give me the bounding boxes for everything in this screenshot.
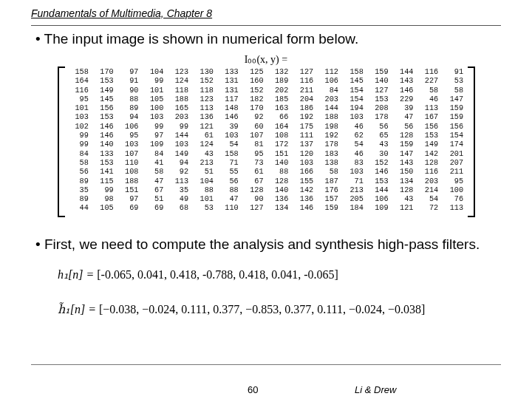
matrix-cell: 142: [291, 186, 316, 195]
matrix-cell: 116: [291, 77, 316, 86]
matrix-cell: 144: [316, 104, 341, 113]
matrix-cell: 39: [216, 123, 242, 132]
matrix-table: 1581709710412313013312513212711215815914…: [66, 68, 466, 214]
matrix-cell: 152: [366, 159, 392, 168]
matrix-cell: 117: [216, 95, 242, 104]
matrix-cell: 120: [291, 150, 316, 159]
matrix-cell: 98: [92, 195, 117, 204]
matrix-cell: 188: [117, 177, 142, 186]
matrix-cell: 116: [66, 86, 92, 95]
matrix-cell: 81: [242, 140, 267, 149]
matrix-cell: 141: [92, 168, 117, 177]
matrix-cell: 91: [117, 77, 142, 86]
matrix-cell: 123: [166, 68, 191, 77]
matrix-cell: 76: [441, 195, 466, 204]
matrix-cell: 134: [392, 177, 417, 186]
bullet-filters: • First, we need to compute the analysis…: [35, 236, 480, 253]
matrix-cell: 154: [341, 86, 366, 95]
matrix-cell: 124: [191, 140, 216, 149]
matrix-cell: 152: [191, 77, 216, 86]
matrix-cell: 97: [117, 195, 142, 204]
matrix-cell: 146: [92, 132, 117, 140]
matrix-cell: 43: [191, 150, 216, 159]
matrix-cell: 88: [216, 186, 242, 195]
authors: Li & Drew: [355, 384, 396, 395]
matrix-cell: 56: [366, 123, 392, 132]
matrix-cell: 148: [216, 104, 242, 113]
matrix-cell: 89: [117, 104, 142, 113]
matrix-cell: 149: [92, 86, 117, 95]
matrix-cell: 41: [141, 159, 166, 168]
matrix-cell: 116: [416, 68, 441, 77]
input-matrix: 1581709710412313013312513212711215815914…: [58, 66, 475, 214]
matrix-cell: 208: [366, 104, 392, 113]
matrix-cell: 61: [242, 168, 267, 177]
matrix-cell: 99: [92, 186, 117, 195]
matrix-cell: 155: [291, 177, 316, 186]
matrix-cell: 88: [267, 168, 292, 177]
matrix-cell: 113: [441, 204, 466, 213]
matrix-cell: 204: [291, 95, 316, 104]
matrix-cell: 198: [316, 123, 341, 132]
matrix-cell: 156: [92, 104, 117, 113]
matrix-row: 4410569696853110127134146159184109121721…: [66, 204, 466, 213]
matrix-cell: 113: [191, 104, 216, 113]
matrix-row: 3599151673588881281401421762131441282141…: [66, 186, 466, 195]
matrix-cell: 53: [191, 204, 216, 213]
matrix-cell: 146: [92, 123, 117, 132]
matrix-cell: 213: [341, 186, 366, 195]
matrix-cell: 101: [191, 195, 216, 204]
matrix-cell: 137: [291, 140, 316, 149]
matrix-cell: 136: [267, 195, 292, 204]
matrix-cell: 46: [341, 150, 366, 159]
matrix-cell: 146: [291, 204, 316, 213]
matrix-cell: 149: [166, 150, 191, 159]
matrix-cell: 103: [141, 113, 166, 122]
matrix-cell: 54: [416, 195, 441, 204]
matrix-cell: 140: [267, 159, 292, 168]
matrix-cell: 103: [341, 113, 366, 122]
matrix-cell: 103: [166, 140, 191, 149]
matrix-cell: 144: [392, 68, 417, 77]
matrix-cell: 58: [141, 168, 166, 177]
matrix-cell: 157: [316, 195, 341, 204]
matrix-cell: 99: [141, 123, 166, 132]
matrix-cell: 188: [316, 113, 341, 122]
matrix-cell: 143: [392, 77, 417, 86]
matrix-row: 5614110858925155618816658103146150116211: [66, 168, 466, 177]
matrix-cell: 159: [441, 113, 466, 122]
matrix-cell: 132: [267, 68, 292, 77]
matrix-cell: 144: [166, 132, 191, 140]
filter-h1-lhs: h₁[n] =: [58, 268, 97, 281]
matrix-cell: 133: [92, 150, 117, 159]
matrix-cell: 62: [341, 132, 366, 140]
matrix-cell: 156: [416, 123, 441, 132]
matrix-cell: 66: [267, 113, 292, 122]
matrix-cell: 111: [291, 132, 316, 140]
image-equation-label: I₀₀(x, y) =: [0, 53, 532, 66]
matrix-cell: 95: [441, 177, 466, 186]
matrix-cell: 165: [166, 104, 191, 113]
filter-h1-values: [-0.065, 0.041, 0.418, -0.788, 0.418, 0.…: [97, 268, 338, 281]
matrix-cell: 67: [141, 186, 166, 195]
filter-equations: h₁[n] = [-0.065, 0.041, 0.418, -0.788, 0…: [58, 267, 425, 337]
matrix-cell: 109: [141, 140, 166, 149]
matrix-cell: 43: [366, 140, 392, 149]
matrix-cell: 214: [416, 186, 441, 195]
matrix-cell: 213: [191, 159, 216, 168]
matrix-cell: 90: [242, 195, 267, 204]
matrix-cell: 125: [242, 68, 267, 77]
matrix-cell: 201: [441, 150, 466, 159]
matrix-cell: 153: [92, 159, 117, 168]
matrix-cell: 128: [267, 177, 292, 186]
matrix-cell: 130: [191, 68, 216, 77]
matrix-cell: 146: [392, 86, 417, 95]
matrix-cell: 103: [216, 132, 242, 140]
matrix-cell: 99: [166, 123, 191, 132]
matrix-cell: 211: [291, 86, 316, 95]
matrix-cell: 172: [267, 140, 292, 149]
matrix-cell: 99: [66, 132, 92, 140]
bullet-input-image: • The input image is shown in numerical …: [35, 31, 358, 47]
matrix-cell: 134: [267, 204, 292, 213]
matrix-cell: 128: [242, 186, 267, 195]
